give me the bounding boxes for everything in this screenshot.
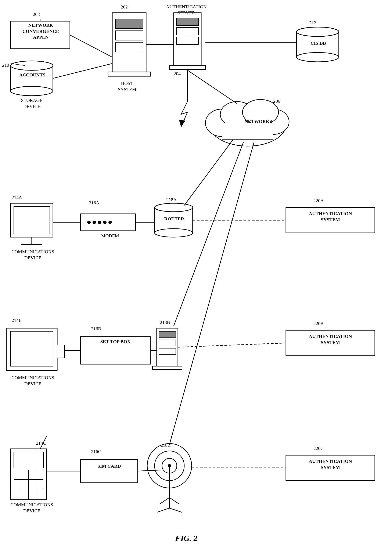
svg-rect-32	[222, 123, 273, 140]
svg-line-97	[11, 63, 25, 66]
svg-point-43	[98, 221, 101, 224]
svg-point-47	[154, 203, 193, 212]
host-system-label: HOSTSYSTEM	[108, 80, 146, 92]
svg-rect-61	[159, 331, 176, 338]
network-convergence-label: NETWORKCONVERGENCEAPPLN	[12, 22, 70, 41]
svg-point-18	[296, 27, 339, 36]
ref-220a: 220A	[313, 198, 324, 203]
svg-line-80	[157, 508, 169, 512]
comm-device-c-label: COMMUNICATIONSDEVICE	[4, 502, 59, 514]
networks-label: NETWORKS	[231, 118, 286, 125]
ref-214a: 214A	[12, 195, 22, 200]
svg-point-45	[108, 221, 112, 224]
ref-218c: 218C	[161, 442, 171, 448]
svg-rect-15	[176, 37, 198, 44]
ref-216a: 216A	[89, 200, 99, 206]
ref-214b: 214B	[12, 318, 22, 323]
svg-rect-69	[11, 449, 47, 500]
svg-rect-12	[174, 13, 201, 66]
ref-204: 204	[174, 71, 181, 76]
svg-point-27	[210, 104, 286, 146]
comm-device-a-label: COMMUNICATIONSDEVICE	[6, 249, 59, 261]
svg-line-95	[186, 69, 237, 104]
ref-202: 202	[121, 4, 128, 10]
accounts-label: ACCOUNTS	[12, 72, 53, 78]
auth-system-a-label: AUTHENTICATIONSYSTEM	[287, 211, 374, 223]
svg-rect-63	[159, 348, 176, 355]
svg-rect-60	[157, 328, 178, 366]
ref-206: 206	[273, 98, 280, 104]
svg-line-90	[138, 470, 161, 471]
svg-point-85	[154, 451, 184, 481]
svg-rect-36	[11, 203, 53, 237]
svg-point-44	[103, 221, 106, 224]
svg-line-24	[53, 63, 112, 78]
svg-rect-58	[57, 345, 65, 358]
svg-point-6	[11, 61, 53, 70]
svg-point-84	[162, 458, 177, 473]
svg-line-81	[169, 508, 182, 512]
ref-208: 208	[33, 12, 40, 17]
auth-system-c-label: AUTHENTICATIONSYSTEM	[287, 458, 374, 470]
svg-rect-14	[176, 28, 198, 35]
svg-point-48	[154, 229, 193, 237]
svg-rect-62	[159, 340, 176, 346]
svg-point-41	[87, 221, 91, 224]
svg-line-94	[169, 142, 254, 445]
svg-rect-8	[115, 19, 143, 28]
svg-rect-77	[14, 452, 43, 468]
svg-rect-64	[153, 366, 182, 369]
svg-point-3	[11, 86, 53, 96]
svg-point-87	[168, 464, 171, 467]
svg-rect-40	[80, 214, 136, 231]
svg-rect-1	[11, 66, 53, 91]
svg-rect-57	[11, 331, 53, 366]
svg-point-86	[147, 443, 192, 488]
svg-line-68	[178, 343, 286, 347]
svg-rect-37	[14, 207, 50, 234]
ref-210: 210	[2, 62, 9, 68]
storage-device-label: STORAGEDEVICE	[11, 97, 53, 110]
svg-line-23	[70, 35, 112, 57]
ref-212: 212	[309, 20, 316, 26]
svg-point-42	[92, 221, 96, 224]
svg-rect-78	[80, 459, 138, 483]
svg-rect-16	[169, 66, 205, 69]
auth-server-title-label: AUTHENTICATIONSERVER	[163, 4, 210, 16]
svg-rect-9	[115, 31, 143, 40]
ref-220c: 220C	[313, 446, 324, 451]
ref-214c: 214C	[36, 440, 46, 446]
svg-rect-11	[108, 72, 150, 76]
router-label: ROUTER	[160, 216, 189, 222]
figure-caption: FIG. 2	[144, 533, 229, 543]
ref-218a: 218A	[166, 197, 177, 202]
svg-line-93	[174, 142, 244, 326]
ref-220b: 220B	[313, 321, 324, 326]
svg-marker-35	[179, 120, 185, 127]
modem-label: MODEM	[89, 233, 131, 239]
svg-rect-7	[112, 13, 146, 72]
diagram: 208 NETWORKCONVERGENCEAPPLN 210 ACCOUNTS…	[0, 0, 392, 553]
svg-point-51	[154, 203, 193, 212]
ref-216b: 216B	[91, 326, 101, 332]
auth-system-b-label: AUTHENTICATIONSYSTEM	[287, 333, 374, 346]
svg-point-22	[296, 27, 339, 36]
ref-218b: 218B	[160, 320, 170, 325]
set-top-box-label: SET TOP BOX	[82, 339, 149, 345]
svg-rect-10	[115, 42, 143, 52]
sim-card-label: SIM CARD	[82, 463, 136, 469]
svg-point-2	[11, 61, 53, 70]
cis-db-label: CIS DB	[298, 40, 339, 46]
svg-rect-56	[6, 328, 57, 371]
comm-device-b-label: COMMUNICATIONSDEVICE	[4, 375, 61, 387]
svg-point-19	[296, 53, 339, 62]
svg-line-92	[184, 140, 233, 205]
svg-line-83	[169, 498, 179, 504]
ref-216c: 216C	[91, 449, 101, 454]
svg-rect-13	[176, 18, 198, 25]
svg-line-82	[160, 498, 169, 504]
